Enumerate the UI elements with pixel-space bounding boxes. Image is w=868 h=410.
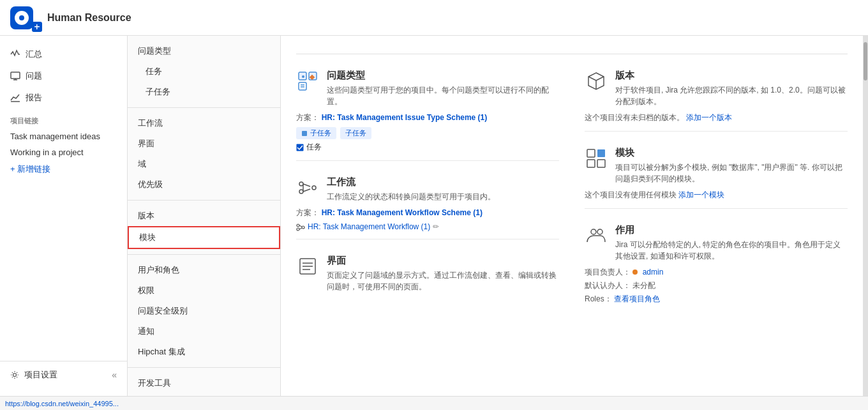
edit-icon[interactable]: ✏ bbox=[433, 222, 439, 231]
gear-icon bbox=[10, 370, 19, 379]
svg-rect-2 bbox=[11, 72, 20, 79]
svg-rect-35 bbox=[587, 160, 595, 167]
puzzle-icon bbox=[296, 70, 319, 93]
svg-line-25 bbox=[299, 228, 302, 229]
mid-item-subtask[interactable]: 子任务 bbox=[128, 82, 280, 102]
svg-point-21 bbox=[297, 224, 299, 227]
mid-item-domain[interactable]: 域 bbox=[128, 154, 280, 174]
left-column: 问题类型 这些问题类型可用于您的项目中。每个问题类型可以进行不同的配置。 方案：… bbox=[296, 62, 559, 312]
task-row: 任务 bbox=[296, 142, 559, 153]
task-checkbox-icon bbox=[296, 144, 304, 151]
workflow-scheme: 方案： HR: Task Management Workflow Scheme … bbox=[296, 208, 559, 218]
mid-item-priority[interactable]: 优先级 bbox=[128, 174, 280, 195]
chart-icon bbox=[10, 93, 20, 103]
right-scrollbar[interactable] bbox=[863, 36, 868, 396]
tag-subtask-2: 子任务 bbox=[340, 127, 371, 139]
mid-item-version[interactable]: 版本 bbox=[128, 206, 280, 226]
svg-rect-13 bbox=[302, 131, 307, 136]
summary-label: 汇总 bbox=[26, 49, 42, 60]
mid-item-permissions[interactable]: 权限 bbox=[128, 280, 280, 301]
right-column: 版本 对于软件项目, Jira 允许您跟踪不同的版本, 如 1.0、2.0。问题… bbox=[585, 62, 848, 312]
top-divider bbox=[296, 54, 848, 54]
app-logo-inner bbox=[15, 11, 29, 25]
module-title: 模块 bbox=[615, 147, 848, 159]
mid-item-dev-tools[interactable]: 开发工具 bbox=[128, 373, 280, 393]
mid-item-workflow[interactable]: 工作流 bbox=[128, 113, 280, 133]
svg-line-24 bbox=[299, 225, 302, 227]
issues-label: 问题 bbox=[26, 70, 42, 82]
section-interface: 界面 页面定义了问题域的显示方式。通过工作流创建、查看、编辑或转换问题时，可使用… bbox=[296, 247, 559, 305]
mid-item-issue-types-header[interactable]: 问题类型 bbox=[128, 41, 280, 61]
scrollbar-thumb bbox=[864, 42, 867, 80]
issue-types-desc: 这些问题类型可用于您的项目中。每个问题类型可以进行不同的配置。 bbox=[327, 84, 559, 107]
interface-desc: 页面定义了问题域的显示方式。通过工作流创建、查看、编辑或转换问题时，可使用不同的… bbox=[327, 270, 559, 292]
mid-divider-1 bbox=[128, 107, 280, 108]
sidebar-footer-settings[interactable]: 项目设置 « bbox=[0, 361, 127, 388]
top-header: Human Resource bbox=[0, 0, 868, 36]
mid-item-hipchat[interactable]: Hipchat 集成 bbox=[128, 342, 280, 362]
add-version-link[interactable]: 添加一个版本 bbox=[686, 113, 732, 122]
section-interface-text: 界面 页面定义了问题域的显示方式。通过工作流创建、查看、编辑或转换问题时，可使用… bbox=[327, 255, 559, 292]
svg-line-31 bbox=[596, 77, 604, 80]
mid-item-users-roles[interactable]: 用户和角色 bbox=[128, 260, 280, 280]
sidebar-link-working[interactable]: Working in a project bbox=[0, 144, 127, 160]
monitor-icon bbox=[10, 71, 20, 81]
sidebar-item-reports[interactable]: 报告 bbox=[0, 87, 127, 109]
section-module-text: 模块 项目可以被分解为多个模块, 例如 "数据库", "用户界面" 等. 你可以… bbox=[615, 147, 848, 185]
mid-item-task[interactable]: 任务 bbox=[128, 61, 280, 82]
workflow-detail-link[interactable]: HR: Task Management Workflow (1) bbox=[308, 222, 430, 231]
mid-item-module[interactable]: 模块 bbox=[128, 226, 280, 249]
reports-label: 报告 bbox=[26, 92, 42, 103]
svg-point-22 bbox=[297, 228, 299, 231]
project-links-section: 项目链接 bbox=[0, 109, 127, 128]
mid-item-issue-security[interactable]: 问题安全级别 bbox=[128, 301, 280, 321]
app-badge-icon bbox=[32, 22, 42, 32]
middle-panel: 问题类型 任务 子任务 工作流 界面 域 优先级 版本 模块 用户和角色 bbox=[128, 36, 281, 396]
workflow-desc: 工作流定义的状态和转换问题类型可用于项目内。 bbox=[327, 191, 495, 202]
app-logo-dot bbox=[19, 15, 24, 20]
section-workflow-text: 工作流 工作流定义的状态和转换问题类型可用于项目内。 bbox=[327, 176, 495, 202]
section-issue-types: 问题类型 这些问题类型可用于您的项目中。每个问题类型可以进行不同的配置。 方案：… bbox=[296, 62, 559, 161]
sidebar-add-link[interactable]: + 新增链接 bbox=[0, 160, 127, 178]
svg-line-30 bbox=[588, 77, 596, 80]
svg-line-18 bbox=[303, 184, 310, 186]
issue-types-scheme: 方案： HR: Task Management Issue Type Schem… bbox=[296, 112, 559, 123]
workflow-scheme-link[interactable]: HR: Task Management Workflow Scheme (1) bbox=[322, 208, 483, 217]
section-module-header: 模块 项目可以被分解为多个模块, 例如 "数据库", "用户界面" 等. 你可以… bbox=[585, 147, 848, 185]
tag-subtask-icon: 子任务 bbox=[296, 127, 336, 139]
box-icon bbox=[585, 70, 608, 93]
mid-item-notifications[interactable]: 通知 bbox=[128, 321, 280, 342]
roles-desc: Jira 可以分配给特定的人, 特定的角色在你的项目中。角色用于定义其他设置, … bbox=[615, 239, 848, 262]
sidebar-item-summary[interactable]: 汇总 bbox=[0, 43, 127, 65]
section-issue-types-text: 问题类型 这些问题类型可用于您的项目中。每个问题类型可以进行不同的配置。 bbox=[327, 70, 559, 107]
version-desc: 对于软件项目, Jira 允许您跟踪不同的版本, 如 1.0、2.0。问题可以被… bbox=[615, 84, 848, 107]
roles-link[interactable]: 查看项目角色 bbox=[614, 294, 660, 303]
roles-title: 作用 bbox=[615, 224, 848, 236]
pm-value[interactable]: admin bbox=[643, 268, 664, 277]
task-label: 任务 bbox=[306, 142, 322, 153]
app-logo bbox=[10, 6, 40, 29]
svg-point-38 bbox=[597, 229, 602, 234]
sidebar-item-issues[interactable]: 问题 bbox=[0, 65, 127, 87]
version-title: 版本 bbox=[615, 70, 848, 82]
settings-label: 项目设置 bbox=[24, 369, 57, 381]
add-module-link[interactable]: 添加一个模块 bbox=[678, 190, 724, 199]
app-title: Human Resource bbox=[47, 12, 131, 24]
main-layout: 汇总 问题 报告 项目链接 Task management ideas bbox=[0, 36, 868, 396]
issue-types-tags: 子任务 子任务 bbox=[296, 127, 559, 139]
mid-item-interface[interactable]: 界面 bbox=[128, 133, 280, 154]
interface-title: 界面 bbox=[327, 255, 559, 267]
section-version-header: 版本 对于软件项目, Jira 允许您跟踪不同的版本, 如 1.0、2.0。问题… bbox=[585, 70, 848, 107]
section-version: 版本 对于软件项目, Jira 允许您跟踪不同的版本, 如 1.0、2.0。问题… bbox=[585, 62, 848, 132]
section-roles: 作用 Jira 可以分配给特定的人, 特定的角色在你的项目中。角色用于定义其他设… bbox=[585, 216, 848, 312]
section-roles-text: 作用 Jira 可以分配给特定的人, 特定的角色在你的项目中。角色用于定义其他设… bbox=[615, 224, 848, 262]
assignee-row: 默认认办人： 未分配 bbox=[585, 280, 848, 291]
section-issue-types-header: 问题类型 这些问题类型可用于您的项目中。每个问题类型可以进行不同的配置。 bbox=[296, 70, 559, 107]
svg-rect-36 bbox=[597, 160, 605, 167]
module-icon bbox=[585, 147, 608, 170]
sidebar-link-task-mgmt[interactable]: Task management ideas bbox=[0, 128, 127, 144]
mid-divider-3 bbox=[128, 254, 280, 255]
module-desc: 项目可以被分解为多个模块, 例如 "数据库", "用户界面" 等. 你可以把问题… bbox=[615, 162, 848, 185]
issue-types-scheme-link[interactable]: HR: Task Management Issue Type Scheme (1… bbox=[322, 113, 488, 122]
svg-rect-10 bbox=[299, 82, 306, 90]
